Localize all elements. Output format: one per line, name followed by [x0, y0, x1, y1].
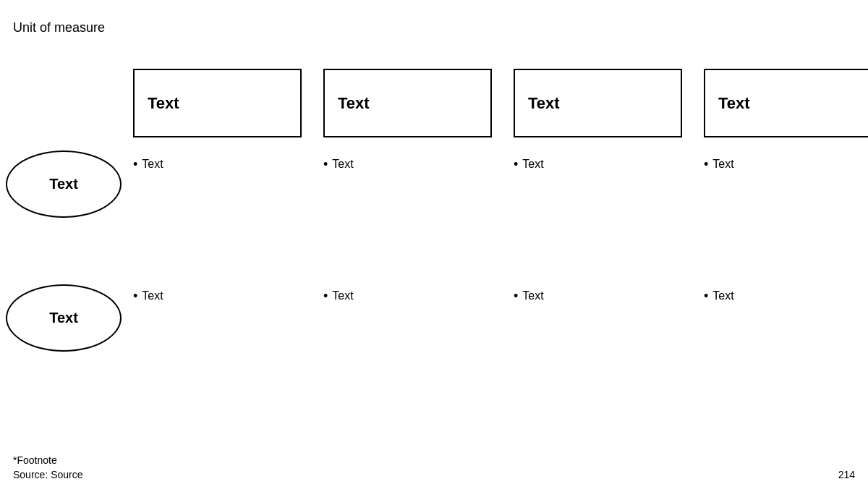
bullet-row1-text-4: Text: [712, 158, 733, 171]
boxes-row: Text Text Text Text: [133, 69, 868, 137]
box-4: Text: [704, 69, 868, 137]
ellipse-1-label: Text: [49, 176, 78, 192]
bullets-row-1: • Text • Text • Text • Text: [133, 158, 868, 171]
bullet-row1-item-1: • Text: [133, 158, 302, 171]
bullet-row2-text-1: Text: [142, 289, 163, 302]
bullet-row2-item-3: • Text: [514, 289, 682, 302]
bullet-row2-item-1: • Text: [133, 289, 302, 302]
footnote: *Footnote: [13, 454, 57, 466]
bullet-row2-item-4: • Text: [704, 289, 868, 302]
bullet-row1-text-2: Text: [332, 158, 353, 171]
bullet-row1-item-3: • Text: [514, 158, 682, 171]
bullet-dot-3: •: [514, 158, 518, 171]
ellipse-2-label: Text: [49, 310, 78, 326]
bullet-dot-5: •: [133, 289, 137, 302]
page-title: Unit of measure: [13, 20, 105, 35]
bullet-dot-6: •: [323, 289, 328, 302]
source: Source: Source: [13, 469, 83, 480]
ellipse-1: Text: [6, 150, 122, 218]
bullets-row-2: • Text • Text • Text • Text: [133, 289, 868, 302]
bullet-row1-text-1: Text: [142, 158, 163, 171]
box-2: Text: [323, 69, 492, 137]
box-2-label: Text: [338, 94, 370, 113]
bullet-row1-item-2: • Text: [323, 158, 492, 171]
box-1: Text: [133, 69, 302, 137]
bullet-row1-item-4: • Text: [704, 158, 868, 171]
page-number: 214: [838, 469, 855, 480]
bullet-dot-2: •: [323, 158, 328, 171]
bullet-dot-8: •: [704, 289, 708, 302]
bullet-row1-text-3: Text: [522, 158, 543, 171]
ellipse-2: Text: [6, 284, 122, 352]
bullet-dot-1: •: [133, 158, 137, 171]
box-1-label: Text: [148, 94, 179, 113]
bullet-row2-item-2: • Text: [323, 289, 492, 302]
bullet-row2-text-2: Text: [332, 289, 353, 302]
bullet-row2-text-3: Text: [522, 289, 543, 302]
box-3: Text: [514, 69, 682, 137]
bullet-dot-4: •: [704, 158, 708, 171]
box-4-label: Text: [718, 94, 750, 113]
bullet-dot-7: •: [514, 289, 518, 302]
bullet-row2-text-4: Text: [712, 289, 733, 302]
box-3-label: Text: [528, 94, 560, 113]
